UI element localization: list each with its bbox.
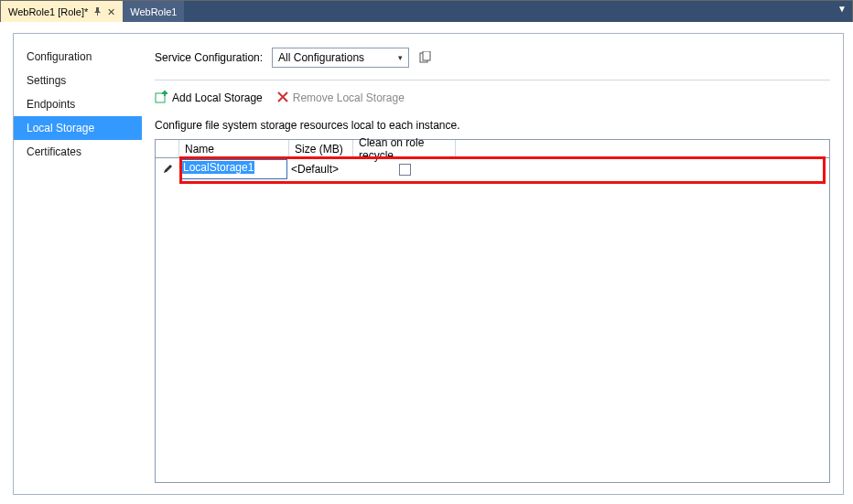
service-config-value: All Configurations [278, 51, 364, 64]
sidebar-item-configuration[interactable]: Configuration [14, 45, 142, 69]
remove-label: Remove Local Storage [293, 91, 405, 104]
tab-inactive-label: WebRole1 [130, 6, 177, 17]
sidebar: Configuration Settings Endpoints Local S… [14, 34, 142, 494]
chevron-down-icon: ▾ [398, 53, 403, 62]
sidebar-item-local-storage[interactable]: Local Storage [14, 116, 142, 140]
grid-corner [156, 140, 179, 157]
pin-icon[interactable] [93, 7, 102, 17]
name-input[interactable]: LocalStorage1 [179, 159, 287, 179]
svg-rect-2 [156, 93, 165, 102]
sidebar-item-endpoints[interactable]: Endpoints [14, 92, 142, 116]
remove-icon [277, 91, 288, 105]
tab-active[interactable]: WebRole1 [Role]* ✕ [1, 1, 123, 23]
close-icon[interactable]: ✕ [107, 7, 115, 17]
clean-checkbox[interactable] [399, 164, 411, 176]
svg-rect-1 [423, 51, 430, 60]
name-value: LocalStorage1 [182, 161, 254, 174]
clean-cell[interactable] [353, 158, 456, 180]
table-row[interactable]: LocalStorage1 <Default> [156, 158, 829, 180]
column-spacer [456, 140, 829, 157]
size-value: <Default> [291, 163, 339, 176]
column-clean[interactable]: Clean on role recycle [353, 140, 456, 157]
add-local-storage-button[interactable]: Add Local Storage [155, 91, 263, 106]
remove-local-storage-button[interactable]: Remove Local Storage [277, 91, 405, 105]
row-spacer [456, 158, 829, 180]
column-size[interactable]: Size (MB) [289, 140, 353, 157]
tab-active-label: WebRole1 [Role]* [8, 6, 88, 17]
add-icon [155, 91, 167, 106]
add-label: Add Local Storage [172, 91, 263, 104]
size-cell[interactable]: <Default> [289, 158, 353, 180]
storage-grid: Name Size (MB) Clean on role recycle Loc… [155, 139, 830, 483]
copy-settings-icon[interactable] [418, 51, 432, 65]
row-edit-icon [156, 158, 179, 180]
description-text: Configure file system storage resources … [155, 119, 830, 132]
grid-header: Name Size (MB) Clean on role recycle [156, 140, 829, 158]
tab-overflow-icon[interactable]: ▼ [837, 4, 847, 14]
sidebar-item-certificates[interactable]: Certificates [14, 140, 142, 164]
tab-strip: WebRole1 [Role]* ✕ WebRole1 ▼ [1, 1, 852, 23]
sidebar-item-settings[interactable]: Settings [14, 69, 142, 92]
tab-inactive[interactable]: WebRole1 [123, 1, 184, 23]
column-name[interactable]: Name [179, 140, 289, 157]
service-config-select[interactable]: All Configurations ▾ [272, 48, 409, 68]
service-config-label: Service Configuration: [155, 51, 263, 64]
